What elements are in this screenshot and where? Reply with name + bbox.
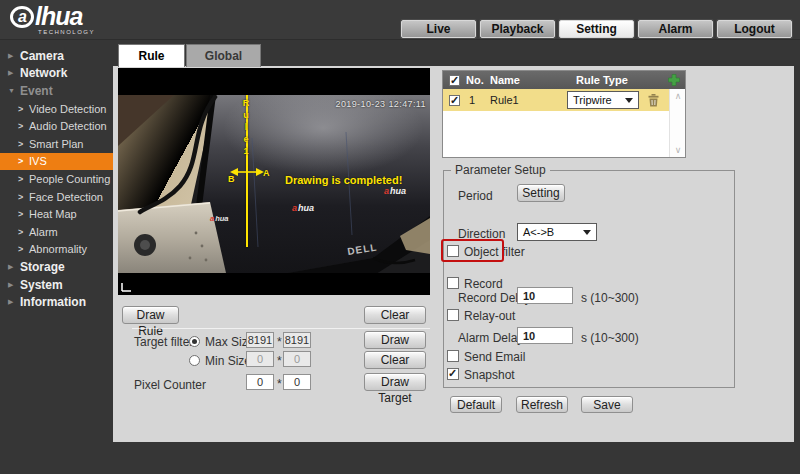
multiply-label: * xyxy=(277,377,282,391)
max-height-input[interactable] xyxy=(283,332,311,348)
record-checkbox[interactable] xyxy=(447,277,459,289)
sidebar-item-event[interactable]: ▼Event xyxy=(0,82,113,100)
chevron-right-icon: > xyxy=(18,227,29,237)
pixel-counter-label: Pixel Counter xyxy=(134,378,206,392)
tab-rule-config[interactable]: Rule Config xyxy=(118,44,185,67)
table-row[interactable]: 1 Rule1 Tripwire xyxy=(443,89,669,111)
scroll-up-icon[interactable]: ∧ xyxy=(670,91,686,101)
rule-table-header: No. Name Rule Type xyxy=(443,71,685,89)
relay-out-label: Relay-out xyxy=(464,309,515,323)
chevron-right-icon: > xyxy=(18,174,29,184)
draw-target-max-button[interactable]: Draw Target xyxy=(364,331,426,349)
rule-type-select[interactable]: Tripwire xyxy=(567,91,639,109)
sidebar-item-camera[interactable]: ▶Camera xyxy=(0,47,113,65)
dahua-logo-a-icon: a xyxy=(10,6,34,28)
sidebar-item-video-detection[interactable]: >Video Detection xyxy=(0,100,113,118)
sidebar-item-alarm[interactable]: >Alarm xyxy=(0,223,113,241)
object-filter-annotation xyxy=(441,239,504,262)
default-button[interactable]: Default xyxy=(450,396,502,413)
period-label: Period xyxy=(458,189,493,203)
rule-row-checkbox[interactable] xyxy=(449,95,460,106)
nav-logout-button[interactable]: Logout xyxy=(717,20,792,38)
sidebar-item-abnormality[interactable]: >Abnormality xyxy=(0,241,113,259)
dahua-screen-logo: ahua xyxy=(210,214,229,223)
alarm-delay-label: Alarm Delay xyxy=(458,331,523,345)
delete-rule-icon[interactable] xyxy=(648,94,659,107)
relay-out-checkbox[interactable] xyxy=(447,309,459,321)
video-timestamp: 2019-10-23 12:47:11 xyxy=(335,99,426,109)
column-rule-type: Rule Type xyxy=(576,74,628,86)
direction-b-label: B xyxy=(228,174,235,184)
refresh-button[interactable]: Refresh xyxy=(516,396,568,413)
direction-select[interactable]: A<->B xyxy=(517,223,597,241)
sidebar-item-storage[interactable]: ▶Storage xyxy=(0,258,113,276)
chevron-right-icon: > xyxy=(18,156,29,166)
min-height-input[interactable] xyxy=(283,351,311,367)
alarm-delay-suffix: s (10~300) xyxy=(581,331,639,345)
sidebar: ▶Camera ▶Network ▼Event >Video Detection… xyxy=(0,47,113,311)
add-rule-icon[interactable] xyxy=(668,74,680,86)
target-filter-label: Target filter xyxy=(134,335,193,349)
chevron-right-icon: > xyxy=(18,244,29,254)
sidebar-item-smart-plan[interactable]: >Smart Plan xyxy=(0,135,113,153)
nav-alarm-button[interactable]: Alarm xyxy=(638,20,713,38)
scroll-down-icon[interactable]: ∨ xyxy=(670,145,686,155)
sidebar-item-face-detection[interactable]: >Face Detection xyxy=(0,188,113,206)
collapsed-arrow-icon: ▶ xyxy=(8,298,20,306)
snapshot-label: Snapshot xyxy=(464,368,515,382)
dahua-screen-logo: ahua xyxy=(292,203,314,213)
nav-setting-button[interactable]: Setting xyxy=(559,20,634,38)
max-size-radio[interactable] xyxy=(189,336,200,347)
rule-name-overlay: Rule1 xyxy=(241,98,251,158)
rule-no: 1 xyxy=(469,94,486,106)
record-delay-suffix: s (10~300) xyxy=(581,291,639,305)
dahua-logo: alhua TECHNOLOGY xyxy=(10,2,95,35)
sidebar-item-information[interactable]: ▶Information xyxy=(0,293,113,311)
min-size-radio[interactable] xyxy=(189,355,200,366)
direction-arrows-icon xyxy=(230,165,264,179)
drawing-completed-message: Drawing is completed! xyxy=(285,174,402,186)
collapsed-arrow-icon: ▶ xyxy=(8,281,20,289)
sidebar-item-audio-detection[interactable]: >Audio Detection xyxy=(0,117,113,135)
send-email-label: Send Email xyxy=(464,350,525,364)
save-button[interactable]: Save xyxy=(581,396,633,413)
draw-target-pixel-button[interactable]: Draw Target xyxy=(364,373,426,391)
sidebar-item-people-counting[interactable]: >People Counting xyxy=(0,170,113,188)
table-scrollbar[interactable]: ∧ ∨ xyxy=(669,89,685,157)
alarm-delay-input[interactable] xyxy=(517,327,573,344)
multiply-label: * xyxy=(277,335,282,349)
video-preview[interactable]: ahua ahua ahua DELL 2019-10-23 12:47:11 … xyxy=(118,68,430,295)
record-delay-input[interactable] xyxy=(517,287,573,304)
dahua-logo-text: alhua xyxy=(10,2,95,31)
parameter-setup-legend: Parameter Setup xyxy=(451,163,550,177)
chevron-right-icon: > xyxy=(18,139,29,149)
dahua-logo-rest: lhua xyxy=(35,2,82,31)
expanded-arrow-icon: ▼ xyxy=(8,87,20,94)
min-size-label: Min Size xyxy=(205,354,251,368)
sidebar-item-network[interactable]: ▶Network xyxy=(0,65,113,83)
column-name: Name xyxy=(490,74,570,86)
main-nav: Live Playback Setting Alarm Logout xyxy=(401,20,792,38)
sidebar-item-ivs[interactable]: >IVS xyxy=(0,153,113,171)
snapshot-checkbox[interactable] xyxy=(447,368,459,380)
multiply-label: * xyxy=(277,354,282,368)
clear-target-button[interactable]: Clear xyxy=(364,351,426,369)
column-no: No. xyxy=(466,74,484,86)
period-setting-button[interactable]: Setting xyxy=(517,184,565,202)
nav-live-button[interactable]: Live xyxy=(401,20,476,38)
sidebar-item-heat-map[interactable]: >Heat Map xyxy=(0,205,113,223)
max-width-input[interactable] xyxy=(246,332,274,348)
tab-global-setup[interactable]: Global Setup xyxy=(186,44,261,67)
pixel-height-input[interactable] xyxy=(283,374,311,390)
send-email-checkbox[interactable] xyxy=(447,350,459,362)
sidebar-item-system[interactable]: ▶System xyxy=(0,276,113,294)
min-width-input[interactable] xyxy=(246,351,274,367)
select-all-checkbox[interactable] xyxy=(449,75,460,86)
collapsed-arrow-icon: ▶ xyxy=(8,52,20,60)
divider xyxy=(132,328,430,329)
pixel-width-input[interactable] xyxy=(246,374,274,390)
chevron-right-icon: > xyxy=(18,209,29,219)
draw-rule-button[interactable]: Draw Rule xyxy=(122,306,179,324)
clear-rule-button[interactable]: Clear xyxy=(364,306,426,324)
nav-playback-button[interactable]: Playback xyxy=(480,20,555,38)
